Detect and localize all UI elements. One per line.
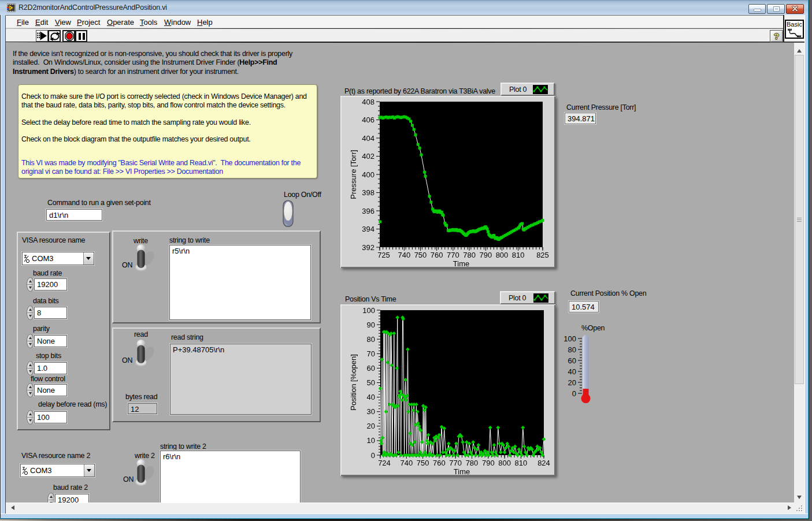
svg-text:100: 100	[362, 306, 375, 315]
svg-text:750: 750	[414, 251, 427, 259]
svg-text:0: 0	[371, 451, 375, 460]
svg-text:810: 810	[512, 251, 525, 259]
svg-text:20: 20	[568, 378, 576, 387]
svg-text:396: 396	[362, 207, 375, 215]
svg-text:100: 100	[563, 334, 576, 343]
svg-text:400: 400	[362, 170, 375, 179]
svg-text:770: 770	[449, 459, 462, 467]
svg-text:810: 810	[515, 459, 528, 467]
svg-text:760: 760	[433, 459, 446, 467]
svg-text:725: 725	[377, 251, 390, 259]
svg-text:40: 40	[367, 393, 375, 401]
svg-text:Time: Time	[453, 259, 469, 268]
svg-text:70: 70	[367, 349, 375, 358]
svg-text:Position [%open]: Position [%open]	[349, 354, 358, 411]
svg-text:724: 724	[378, 459, 391, 467]
svg-text:404: 404	[362, 134, 375, 143]
svg-text:824: 824	[537, 459, 550, 467]
svg-text:90: 90	[367, 321, 375, 329]
svg-text:406: 406	[362, 116, 375, 124]
svg-text:780: 780	[466, 459, 479, 467]
svg-text:408: 408	[362, 98, 375, 106]
svg-text:825: 825	[536, 251, 549, 259]
svg-text:770: 770	[447, 251, 459, 259]
svg-text:80: 80	[367, 335, 375, 344]
svg-text:394: 394	[362, 225, 375, 233]
svg-text:Time: Time	[454, 467, 470, 476]
svg-text:80: 80	[568, 345, 576, 354]
svg-text:740: 740	[400, 459, 413, 467]
svg-text:740: 740	[398, 251, 410, 259]
svg-text:60: 60	[367, 364, 375, 373]
svg-text:40: 40	[568, 367, 576, 376]
svg-text:800: 800	[496, 251, 509, 259]
svg-text:750: 750	[417, 459, 429, 467]
svg-text:Pressure [Torr]: Pressure [Torr]	[349, 150, 358, 199]
svg-text:50: 50	[367, 378, 375, 387]
svg-text:30: 30	[367, 407, 375, 416]
svg-text:780: 780	[463, 251, 476, 259]
svg-text:790: 790	[479, 251, 492, 259]
svg-text:402: 402	[362, 152, 375, 161]
svg-text:760: 760	[431, 251, 443, 259]
svg-text:398: 398	[362, 188, 375, 197]
svg-text:800: 800	[498, 459, 511, 467]
svg-text:20: 20	[367, 422, 375, 430]
svg-text:60: 60	[568, 356, 576, 365]
svg-text:0: 0	[572, 389, 576, 398]
svg-text:392: 392	[362, 243, 375, 252]
svg-text:790: 790	[482, 459, 495, 467]
svg-text:10: 10	[367, 436, 375, 445]
